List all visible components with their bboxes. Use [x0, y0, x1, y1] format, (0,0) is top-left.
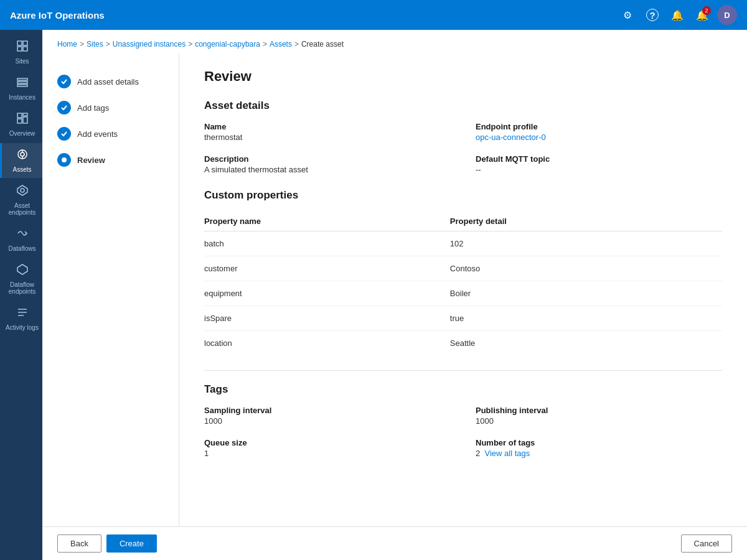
cancel-button[interactable]: Cancel — [681, 534, 732, 553]
publishing-interval-label: Publishing interval — [476, 406, 722, 415]
sidebar-item-dataflow-endpoints[interactable]: Dataflow endpoints — [0, 258, 42, 300]
step-review[interactable]: Review — [52, 147, 169, 173]
svg-rect-2 — [17, 47, 22, 51]
main-area: Home > Sites > Unassigned instances > co… — [42, 30, 747, 560]
step-label-add-events: Add events — [77, 129, 118, 139]
prop-detail-isspare: true — [438, 306, 722, 331]
prop-table-header-name: Property name — [204, 212, 438, 231]
svg-rect-6 — [17, 85, 27, 86]
footer: Back Create Cancel — [42, 526, 747, 560]
detail-endpoint-profile-label: Endpoint profile — [476, 122, 722, 131]
sidebar-item-asset-endpoints-label: Asset endpoints — [4, 202, 40, 216]
sampling-interval-value: 1000 — [204, 416, 451, 426]
tags-section-title: Tags — [204, 383, 722, 396]
tags-grid: Sampling interval 1000 Publishing interv… — [204, 406, 722, 458]
detail-endpoint-profile: Endpoint profile opc-ua-connector-0 — [476, 122, 722, 142]
detail-mqtt-topic: Default MQTT topic -- — [476, 154, 722, 174]
section-divider — [204, 370, 722, 371]
help-icon: ? — [646, 9, 659, 21]
instances-icon — [16, 76, 29, 91]
table-row: batch 102 — [204, 231, 722, 256]
step-add-tags[interactable]: Add tags — [52, 95, 169, 121]
sidebar-item-activity-logs-label: Activity logs — [6, 324, 39, 331]
breadcrumb: Home > Sites > Unassigned instances > co… — [42, 30, 747, 54]
settings-button[interactable]: ⚙ — [618, 5, 637, 25]
detail-publishing-interval: Publishing interval 1000 — [476, 406, 722, 426]
number-of-tags-label: Number of tags — [476, 438, 722, 447]
table-row: location Seattle — [204, 331, 722, 356]
sidebar-item-dataflows[interactable]: Dataflows — [0, 222, 42, 257]
detail-mqtt-topic-label: Default MQTT topic — [476, 154, 722, 164]
sidebar-item-asset-endpoints[interactable]: Asset endpoints — [0, 179, 42, 221]
breadcrumb-home[interactable]: Home — [57, 40, 77, 49]
breadcrumb-sites[interactable]: Sites — [87, 40, 103, 49]
step-label-add-asset-details: Add asset details — [77, 77, 139, 86]
detail-description-label: Description — [204, 154, 451, 164]
detail-sampling-interval: Sampling interval 1000 — [204, 406, 451, 426]
svg-rect-4 — [17, 78, 27, 80]
sidebar-item-overview[interactable]: Overview — [0, 107, 42, 142]
dataflow-endpoints-icon — [16, 263, 29, 279]
detail-number-of-tags: Number of tags 2 View all tags — [476, 438, 722, 458]
breadcrumb-assets[interactable]: Assets — [270, 40, 292, 49]
review-title: Review — [204, 68, 722, 85]
step-label-review: Review — [77, 156, 105, 165]
svg-rect-8 — [23, 113, 27, 116]
prop-name-customer: customer — [204, 256, 438, 281]
top-navigation: Azure IoT Operations ⚙ ? 🔔 🔔 2 D — [0, 0, 747, 30]
tags-section: Tags Sampling interval 1000 Publishing i… — [204, 383, 722, 458]
sampling-interval-label: Sampling interval — [204, 406, 451, 415]
sidebar-item-assets-label: Assets — [12, 166, 31, 173]
avatar[interactable]: D — [717, 5, 737, 25]
create-button[interactable]: Create — [106, 534, 157, 553]
breadcrumb-sep-5: > — [294, 40, 299, 49]
table-row: isSpare true — [204, 306, 722, 331]
prop-detail-location: Seattle — [438, 331, 722, 356]
sidebar-item-activity-logs[interactable]: Activity logs — [0, 301, 42, 336]
assets-icon — [16, 148, 29, 164]
sidebar-item-dataflow-endpoints-label: Dataflow endpoints — [4, 281, 40, 295]
svg-point-21 — [62, 157, 67, 162]
prop-table-header-detail: Property detail — [438, 212, 722, 231]
detail-name-label: Name — [204, 122, 451, 131]
asset-endpoints-icon — [16, 184, 29, 200]
view-all-tags-link[interactable]: View all tags — [484, 449, 530, 458]
breadcrumb-unassigned[interactable]: Unassigned instances — [113, 40, 186, 49]
breadcrumb-sep-2: > — [106, 40, 110, 49]
table-row: customer Contoso — [204, 256, 722, 281]
bell-button[interactable]: 🔔 — [667, 5, 687, 25]
sidebar-item-sites[interactable]: Sites — [0, 35, 42, 70]
number-of-tags-value: 2 View all tags — [476, 449, 722, 458]
asset-details-grid: Name thermostat Endpoint profile opc-ua-… — [204, 122, 722, 174]
prop-detail-customer: Contoso — [438, 256, 722, 281]
detail-name-value: thermostat — [204, 133, 451, 142]
overview-icon — [16, 112, 29, 128]
svg-point-16 — [21, 189, 24, 192]
step-circle-add-events — [57, 127, 71, 141]
sidebar-item-instances[interactable]: Instances — [0, 71, 42, 106]
prop-name-isspare: isSpare — [204, 306, 438, 331]
step-add-asset-details[interactable]: Add asset details — [52, 68, 169, 95]
sidebar-item-sites-label: Sites — [15, 58, 29, 65]
svg-marker-15 — [17, 185, 27, 195]
prop-name-equipment: equipment — [204, 281, 438, 306]
prop-detail-equipment: Boiler — [438, 281, 722, 306]
help-button[interactable]: ? — [642, 5, 662, 25]
queue-size-value: 1 — [204, 449, 451, 458]
notifications-button[interactable]: 🔔 2 — [692, 5, 712, 25]
back-button[interactable]: Back — [57, 534, 101, 553]
custom-properties-table: Property name Property detail batch 102 … — [204, 212, 722, 355]
custom-properties-section-title: Custom properties — [204, 189, 722, 202]
breadcrumb-capybara[interactable]: congenial-capybara — [195, 40, 260, 49]
svg-point-12 — [21, 152, 24, 156]
prop-name-location: location — [204, 331, 438, 356]
dataflows-icon — [16, 227, 29, 243]
sidebar-item-overview-label: Overview — [9, 130, 35, 137]
sidebar: Sites Instances Overview Assets Asset en… — [0, 30, 42, 560]
table-row: equipment Boiler — [204, 281, 722, 306]
detail-name: Name thermostat — [204, 122, 451, 142]
sidebar-item-assets[interactable]: Assets — [0, 143, 42, 178]
review-panel: Review Asset details Name thermostat End… — [179, 54, 747, 526]
breadcrumb-sep-3: > — [188, 40, 192, 49]
step-add-events[interactable]: Add events — [52, 121, 169, 147]
